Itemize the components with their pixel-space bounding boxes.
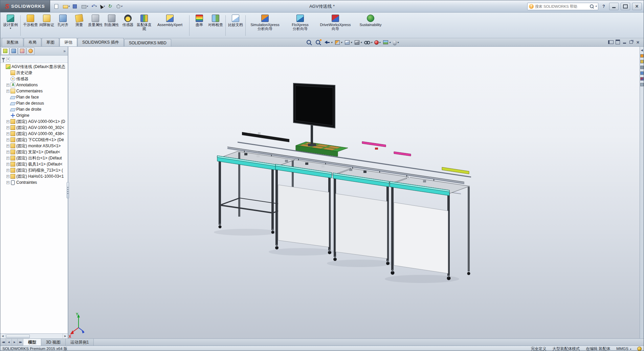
custom-properties-icon[interactable]	[640, 83, 644, 86]
expander-icon[interactable]	[6, 138, 9, 141]
hide-show-items-icon[interactable]	[363, 39, 373, 46]
tree-item[interactable]: (固定) 支架<1> (Défaut<	[0, 149, 68, 155]
undo-button[interactable]: ▾	[90, 3, 98, 9]
scrollbar-thumb[interactable]	[6, 334, 30, 338]
view-palette-icon[interactable]	[640, 71, 644, 75]
displaymanager-tab[interactable]	[26, 47, 35, 55]
clearance-verification-button[interactable]: 间隙验证	[39, 13, 55, 38]
open-button[interactable]: ▾	[62, 3, 71, 9]
command-tab[interactable]: 装配体	[2, 38, 23, 46]
panel-splitter-handle[interactable]	[67, 182, 69, 198]
command-tab[interactable]: 草图	[42, 38, 59, 46]
sheet-tab[interactable]: 3D 视图	[41, 339, 66, 346]
panel-tabs-overflow-chevron[interactable]: »	[62, 49, 67, 53]
expander-icon[interactable]	[6, 169, 9, 172]
expander-icon[interactable]	[6, 90, 9, 93]
section-view-icon[interactable]	[334, 39, 343, 46]
tree-item[interactable]: (固定) 出料台<1> (Défaut	[0, 155, 68, 161]
tree-horizontal-scrollbar[interactable]	[0, 333, 68, 338]
pane-split-icon[interactable]	[615, 39, 621, 45]
measure-button[interactable]: 测量	[71, 13, 87, 38]
expander-icon[interactable]	[6, 126, 9, 129]
tree-item[interactable]: (固定) AGV-1000-00_302<	[0, 125, 68, 131]
tree-item[interactable]: AGV传送线 (Défaut<显示状态	[0, 64, 68, 70]
filter-funnel-icon[interactable]	[2, 58, 5, 60]
symmetry-check-button[interactable]: 对称检查	[207, 13, 224, 38]
sheet-tab[interactable]: 模型	[23, 339, 41, 346]
command-tab[interactable]: SOLIDWORKS 插件	[77, 38, 124, 46]
scroll-right-button[interactable]	[63, 334, 68, 338]
tree-item[interactable]: Annotations	[0, 82, 68, 88]
select-button[interactable]: ▾	[98, 4, 106, 9]
tree-item[interactable]: (固定) HaHs01-1000-03<1	[0, 173, 68, 179]
expander-icon[interactable]	[6, 163, 9, 166]
design-study-button[interactable]: 设计算例	[2, 13, 19, 38]
tree-item[interactable]: 传感器	[0, 76, 68, 82]
rebuild-button[interactable]: ▾	[107, 3, 114, 9]
window-maximize-button[interactable]	[621, 3, 630, 10]
help-button[interactable]	[600, 3, 607, 10]
tree-item[interactable]: (固定) monitor ASUS<1>	[0, 143, 68, 149]
command-tab[interactable]: 评估	[60, 38, 77, 46]
scroll-left-button[interactable]	[0, 334, 5, 338]
tree-item[interactable]: 历史记录	[0, 70, 68, 76]
print-button[interactable]: ▾	[81, 3, 89, 9]
doc-close-button[interactable]	[635, 39, 641, 45]
tree-item[interactable]: Commentaires	[0, 88, 68, 94]
previous-view-icon[interactable]	[323, 39, 333, 46]
expander-icon[interactable]	[6, 132, 9, 135]
window-close-button[interactable]	[632, 3, 642, 10]
file-explorer-icon[interactable]	[640, 66, 644, 69]
featuremanager-tab[interactable]	[1, 47, 9, 55]
view-settings-icon[interactable]	[392, 40, 399, 45]
expander-icon[interactable]	[6, 181, 9, 184]
expander-icon[interactable]	[6, 120, 9, 123]
tree-item[interactable]: (固定) 下CCD组件<1> (Dé	[0, 137, 68, 143]
floxpress-button[interactable]: FloXpress 分析向导	[283, 13, 318, 38]
expander-icon[interactable]	[6, 175, 9, 178]
graphics-area[interactable]: Y X	[68, 47, 640, 338]
expander-icon[interactable]	[6, 157, 9, 160]
sheet-tab[interactable]: 运动算例1	[66, 339, 94, 346]
search-caret-icon[interactable]: ▾	[595, 5, 597, 8]
expander-icon[interactable]	[6, 145, 9, 148]
propertymanager-tab[interactable]	[9, 47, 18, 55]
assembly-visualization-button[interactable]: 装配体直观	[136, 13, 152, 38]
units-selector[interactable]: MMGS	[616, 347, 631, 351]
search-input[interactable]	[535, 4, 588, 8]
hole-alignment-button[interactable]: 孔对齐	[55, 13, 71, 38]
options-button[interactable]: ▾	[115, 4, 123, 9]
doc-restore-button[interactable]	[628, 39, 634, 45]
tree-item[interactable]: (固定) AGV-1000-00_438<	[0, 131, 68, 137]
section-properties-button[interactable]: 剖面属性	[104, 13, 120, 38]
search-box[interactable]: ▾	[527, 3, 598, 10]
search-icon[interactable]	[590, 4, 594, 8]
edit-appearance-icon[interactable]	[374, 39, 381, 46]
tree-item[interactable]: (固定) 扫码模块_713<1> (	[0, 167, 68, 173]
solidworks-resources-icon[interactable]	[640, 54, 644, 58]
pane-left-icon[interactable]	[608, 39, 614, 45]
expander-icon[interactable]	[6, 84, 9, 87]
simulationxpress-button[interactable]: SimulationXpress 分析向导	[247, 13, 283, 38]
tree-item[interactable]: Contraintes	[0, 179, 68, 185]
driveworksxpress-button[interactable]: DriveWorksXpress 向导	[318, 13, 353, 38]
tree-item[interactable]: Origine	[0, 112, 68, 118]
tree-item[interactable]: Plan de dessus	[0, 100, 68, 106]
new-document-button[interactable]: ▾	[53, 3, 61, 9]
design-library-icon[interactable]	[640, 60, 644, 63]
command-tab[interactable]: SOLIDWORKS MBD	[124, 39, 171, 46]
expander-icon[interactable]	[6, 151, 9, 154]
zoom-to-fit-icon[interactable]	[305, 39, 313, 46]
assemblyxpert-button[interactable]: AssemblyXpert	[152, 13, 187, 38]
tree-item[interactable]: (固定) AGV-1000-00<1> (D	[0, 118, 68, 125]
view-orientation-icon[interactable]	[343, 39, 353, 46]
command-tab[interactable]: 布局	[24, 38, 41, 46]
curvature-button[interactable]: 曲率	[191, 13, 207, 38]
tree-item[interactable]: Plan de droite	[0, 106, 68, 112]
tree-item[interactable]: Plan de face	[0, 94, 68, 100]
doc-minimize-button[interactable]	[621, 39, 627, 45]
first-tab-button[interactable]	[0, 339, 6, 346]
prev-tab-button[interactable]	[6, 339, 12, 346]
save-button[interactable]: ▾	[72, 4, 80, 9]
display-style-icon[interactable]	[353, 39, 362, 46]
